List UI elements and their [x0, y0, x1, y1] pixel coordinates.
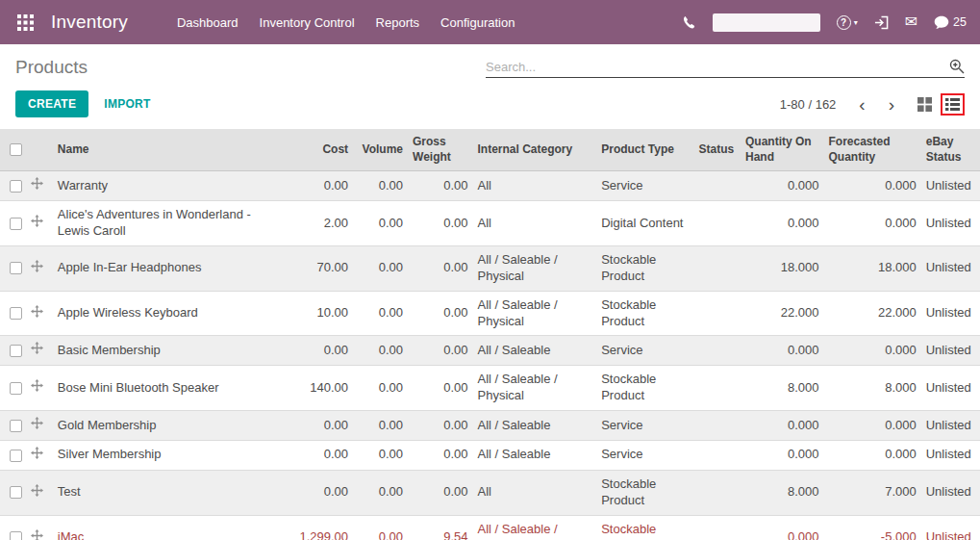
cell-gross_weight[interactable]: 0.00 [408, 171, 473, 201]
cell-volume[interactable]: 0.00 [353, 171, 408, 201]
cell-gross_weight[interactable]: 0.00 [408, 245, 473, 291]
row-checkbox[interactable] [10, 345, 22, 357]
search-input[interactable] [486, 60, 949, 74]
column-header-cost[interactable]: Cost [289, 129, 354, 171]
table-row[interactable]: Silver Membership0.000.000.00All / Salea… [0, 440, 980, 470]
cell-gross_weight[interactable]: 0.00 [408, 470, 473, 515]
cell-qty_on_hand[interactable]: 18.000 [741, 245, 823, 291]
row-checkbox[interactable] [10, 450, 22, 462]
menu-item-reports[interactable]: Reports [365, 2, 431, 43]
pager-next-icon[interactable]: › [881, 95, 902, 114]
cell-cost[interactable]: 0.00 [289, 440, 354, 470]
table-row[interactable]: Alice's Adventures in Wonderland - Lewis… [0, 201, 980, 246]
cell-qty_on_hand[interactable]: 0.000 [741, 171, 823, 201]
cell-category[interactable]: All / Saleable [473, 411, 597, 441]
cell-product_type[interactable]: Stockable Product [596, 291, 693, 336]
cell-status[interactable] [693, 515, 741, 540]
cell-category[interactable]: All [473, 171, 597, 201]
cell-forecasted[interactable]: -5.000 [823, 515, 920, 540]
drag-handle-icon[interactable] [31, 529, 43, 540]
row-checkbox[interactable] [10, 486, 22, 499]
cell-ebay[interactable]: Unlisted [921, 440, 980, 470]
cell-gross_weight[interactable]: 0.00 [408, 336, 473, 366]
cell-status[interactable] [693, 440, 741, 470]
cell-cost[interactable]: 0.00 [289, 171, 354, 201]
cell-category[interactable]: All / Saleable / Physical [473, 291, 597, 336]
cell-category[interactable]: All / Saleable / Physical [473, 366, 597, 411]
help-menu[interactable]: ? ▾ [837, 15, 858, 30]
cell-gross_weight[interactable]: 0.00 [408, 411, 473, 441]
cell-name[interactable]: Silver Membership [53, 440, 289, 470]
cell-cost[interactable]: 10.00 [289, 291, 354, 336]
cell-forecasted[interactable]: 0.000 [823, 440, 920, 470]
row-checkbox[interactable] [10, 262, 22, 274]
cell-name[interactable]: Gold Membership [53, 411, 289, 441]
apps-grid-icon[interactable] [13, 11, 38, 35]
cell-cost[interactable]: 2.00 [289, 201, 354, 246]
sign-in-icon[interactable] [874, 15, 889, 30]
cell-volume[interactable]: 0.00 [353, 366, 408, 411]
cell-gross_weight[interactable]: 0.00 [408, 201, 473, 246]
cell-qty_on_hand[interactable]: 0.000 [741, 336, 823, 366]
cell-volume[interactable]: 0.00 [353, 336, 408, 366]
cell-ebay[interactable]: Unlisted [921, 515, 980, 540]
table-row[interactable]: Basic Membership0.000.000.00All / Saleab… [0, 336, 980, 366]
cell-name[interactable]: iMac [53, 515, 289, 540]
cell-forecasted[interactable]: 0.000 [823, 336, 920, 366]
user-menu-redacted[interactable] [713, 13, 820, 32]
cell-category[interactable]: All [473, 201, 597, 246]
table-row[interactable]: Bose Mini Bluetooth Speaker140.000.000.0… [0, 366, 980, 411]
cell-forecasted[interactable]: 22.000 [823, 291, 920, 336]
cell-qty_on_hand[interactable]: 8.000 [741, 366, 823, 411]
select-all-checkbox[interactable] [10, 143, 22, 156]
table-row[interactable]: Apple Wireless Keyboard10.000.000.00All … [0, 291, 980, 336]
cell-forecasted[interactable]: 7.000 [823, 470, 920, 515]
cell-name[interactable]: Bose Mini Bluetooth Speaker [53, 366, 289, 411]
cell-name[interactable]: Warranty [53, 171, 289, 201]
cell-status[interactable] [693, 201, 741, 246]
cell-ebay[interactable]: Unlisted [921, 201, 980, 246]
cell-qty_on_hand[interactable]: 0.000 [741, 201, 823, 246]
cell-status[interactable] [693, 470, 741, 515]
cell-forecasted[interactable]: 18.000 [823, 245, 920, 291]
list-view-icon[interactable] [945, 97, 960, 112]
cell-volume[interactable]: 0.00 [353, 470, 408, 515]
cell-ebay[interactable]: Unlisted [921, 336, 980, 366]
column-header-gross_weight[interactable]: Gross Weight [408, 129, 473, 171]
row-checkbox[interactable] [10, 218, 22, 230]
drag-handle-icon[interactable] [31, 417, 43, 429]
cell-gross_weight[interactable]: 0.00 [408, 291, 473, 336]
search-plus-icon[interactable] [949, 59, 965, 74]
cell-name[interactable]: Apple Wireless Keyboard [53, 291, 289, 336]
cell-ebay[interactable]: Unlisted [921, 245, 980, 291]
cell-forecasted[interactable]: 8.000 [823, 366, 920, 411]
cell-gross_weight[interactable]: 9.54 [408, 515, 473, 540]
cell-name[interactable]: Test [53, 470, 289, 515]
cell-volume[interactable]: 0.00 [353, 291, 408, 336]
cell-category[interactable]: All / Saleable [473, 440, 597, 470]
cell-qty_on_hand[interactable]: 0.000 [741, 515, 823, 540]
drag-handle-icon[interactable] [31, 342, 43, 354]
cell-qty_on_hand[interactable]: 0.000 [741, 440, 823, 470]
cell-volume[interactable]: 0.00 [353, 201, 408, 246]
row-checkbox[interactable] [10, 531, 22, 540]
cell-cost[interactable]: 0.00 [289, 470, 354, 515]
cell-volume[interactable]: 0.00 [353, 411, 408, 441]
menu-item-configuration[interactable]: Configuration [430, 2, 525, 43]
cell-forecasted[interactable]: 0.000 [823, 171, 920, 201]
cell-status[interactable] [693, 291, 741, 336]
table-row[interactable]: Test0.000.000.00AllStockable Product8.00… [0, 470, 980, 515]
cell-gross_weight[interactable]: 0.00 [408, 366, 473, 411]
pager-previous-icon[interactable]: ‹ [851, 95, 872, 114]
cell-cost[interactable]: 140.00 [289, 366, 354, 411]
cell-status[interactable] [693, 411, 741, 441]
cell-category[interactable]: All / Saleable / Physical [473, 515, 597, 540]
drag-handle-icon[interactable] [31, 177, 43, 190]
drag-handle-icon[interactable] [31, 305, 43, 318]
phone-icon[interactable] [682, 15, 696, 30]
row-checkbox[interactable] [10, 382, 22, 395]
cell-product_type[interactable]: Stockable Product [596, 515, 693, 540]
create-button[interactable]: CREATE [15, 90, 88, 117]
kanban-view-icon[interactable] [917, 97, 932, 112]
table-row[interactable]: Warranty0.000.000.00AllService0.0000.000… [0, 171, 980, 201]
